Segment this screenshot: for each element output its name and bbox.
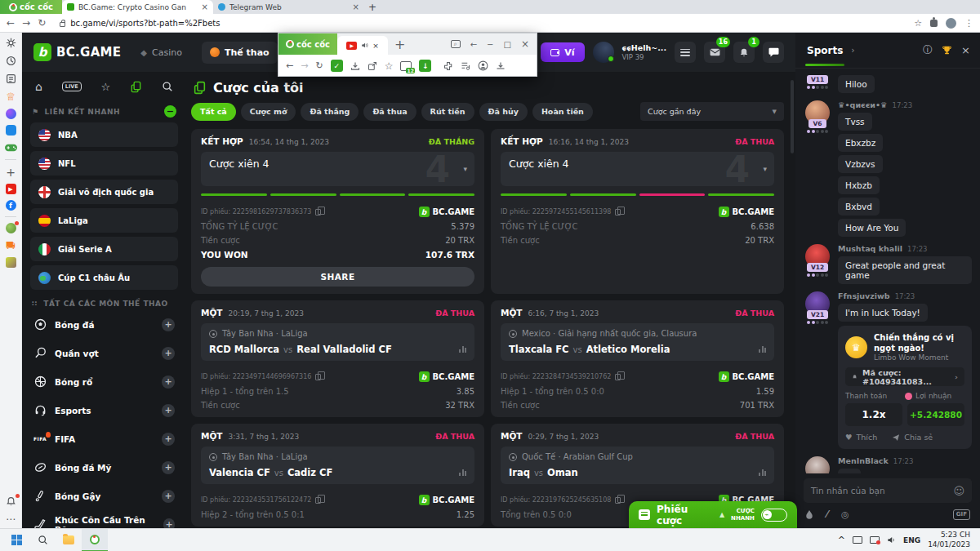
shared-win-card[interactable]: ♛ Chiến thắng có vị ngọt ngào! Limbo Wow… — [838, 326, 972, 449]
reload-icon[interactable]: ↻ — [315, 60, 323, 71]
close-icon[interactable]: × — [961, 44, 970, 56]
copy-icon[interactable] — [615, 497, 621, 504]
close-icon[interactable]: × — [521, 38, 529, 50]
extensions-icon[interactable] — [930, 20, 938, 27]
tab-telegram[interactable]: Telegram Web × — [213, 0, 364, 14]
chat-toggle-button[interactable] — [763, 42, 784, 63]
expand-caret-icon[interactable]: ▾ — [463, 165, 467, 173]
close-icon[interactable]: × — [372, 42, 379, 50]
sidebar-item-nfl[interactable]: NFL — [30, 151, 178, 176]
expand-plus-icon[interactable]: + — [162, 461, 175, 474]
address-bar[interactable]: bc.game/vi/sports?bt-path=%2Fbets — [53, 16, 906, 29]
download-manager-icon[interactable]: ↓ — [419, 60, 431, 72]
wallet-button[interactable]: Ví — [541, 42, 584, 62]
share-button[interactable]: Chia sẻ — [892, 433, 933, 442]
copy-icon[interactable] — [615, 209, 621, 216]
bet-selection[interactable]: Cược xiên 4 4 ▾ — [201, 152, 474, 186]
expand-plus-icon[interactable]: + — [162, 433, 175, 446]
expand-plus-icon[interactable]: + — [162, 347, 175, 360]
copy-icon[interactable] — [315, 374, 321, 380]
reading-list-icon[interactable] — [5, 73, 17, 85]
avatar[interactable] — [805, 456, 830, 473]
copy-icon[interactable] — [315, 209, 321, 216]
coccoc-taskbar-button[interactable] — [82, 529, 108, 551]
like-button[interactable]: ♥Thích — [845, 433, 877, 442]
forward-icon[interactable]: → — [22, 18, 30, 28]
chat-room-tab[interactable]: Sports — [805, 35, 844, 66]
sidebar-item-fifa[interactable]: FIFA FIFA + — [30, 427, 178, 451]
tab-manager-icon[interactable]: 12 — [400, 61, 412, 71]
close-icon[interactable]: × — [202, 2, 208, 11]
betslip-bar[interactable]: Phiếu cược ▲ CƯỢCNHANH ⌁ — [629, 501, 797, 528]
chat-rules-icon[interactable]: ⁄ — [826, 509, 828, 520]
expand-plus-icon[interactable]: + — [162, 490, 175, 503]
network-icon[interactable] — [853, 536, 862, 544]
filter-refund[interactable]: Hoàn tiền — [532, 103, 593, 121]
chat-username[interactable]: MenInBlack — [838, 456, 889, 465]
speaker-icon[interactable] — [361, 42, 368, 49]
filter-cashout[interactable]: Rút tiền — [421, 103, 474, 121]
mail-button[interactable]: 16 — [704, 42, 725, 63]
save-media-icon[interactable] — [350, 61, 360, 71]
language-indicator[interactable]: ENG — [903, 536, 920, 544]
sidebar-item-championship[interactable]: Giải vô địch quốc gia — [30, 180, 178, 204]
start-button[interactable] — [3, 529, 29, 551]
history-icon[interactable] — [5, 55, 17, 67]
filter-won[interactable]: Đã thắng — [301, 103, 359, 121]
maximize-icon[interactable]: □ — [503, 40, 510, 49]
notification-bell-icon[interactable] — [5, 495, 17, 508]
downloads-tray-icon[interactable] — [496, 61, 506, 71]
match-box[interactable]: Mexico · Giải hạng nhất quốc gia, Clausu… — [501, 323, 774, 361]
favorites-star-icon[interactable]: ☆ — [101, 81, 111, 93]
minimize-icon[interactable]: − — [487, 40, 493, 49]
tab-bcgame[interactable]: BC.Game: Crypto Casino Gan × — [62, 0, 213, 14]
volume-icon[interactable] — [887, 535, 896, 544]
bcgame-logo[interactable]: b BC.GAME — [33, 43, 121, 61]
more-icon[interactable]: ⋯ — [5, 513, 17, 525]
expand-plus-icon[interactable]: + — [163, 518, 175, 529]
dart-icon[interactable]: ◎ — [841, 509, 849, 520]
chat-username[interactable]: Mushtaq khalil — [838, 244, 902, 253]
mini-browser-window[interactable]: cốc cốc ▶ × + ⌕ ← − □ × ← → ↻ ✓ — [278, 33, 537, 77]
stats-icon[interactable] — [459, 346, 466, 353]
messenger-icon[interactable] — [6, 109, 16, 119]
back-icon[interactable]: ← — [286, 60, 293, 71]
profile-icon[interactable] — [478, 60, 488, 71]
filter-all[interactable]: Tất cả — [191, 103, 236, 121]
rain-drop-icon[interactable] — [805, 509, 813, 519]
taskbar-search-button[interactable] — [29, 529, 56, 551]
nav-sports[interactable]: Thế thao — [202, 42, 278, 64]
match-box[interactable]: Quốc Tế · Arabian Gulf Cup Iraq vs Oman — [501, 447, 774, 484]
expand-caret-icon[interactable]: ▾ — [763, 165, 767, 173]
sort-dropdown[interactable]: Cược gần đây ▼ — [640, 102, 784, 121]
football-news-icon[interactable] — [6, 223, 16, 233]
reload-icon[interactable]: ↻ — [38, 18, 46, 28]
sidebar-item-championsleague[interactable]: Cúp C1 châu Âu — [30, 265, 178, 290]
tray-expand-icon[interactable]: ^ — [838, 535, 845, 545]
playlist-icon[interactable] — [461, 61, 470, 71]
youtube-icon[interactable]: ▶ — [6, 184, 16, 194]
share-button[interactable]: SHARE — [201, 267, 474, 287]
new-tab-button[interactable]: + — [388, 33, 412, 55]
expand-plus-icon[interactable]: + — [162, 404, 175, 417]
quick-bet-toggle[interactable]: ⌁ — [761, 509, 787, 522]
stats-icon[interactable] — [459, 469, 466, 476]
sidebar-item-esports[interactable]: Esports + — [30, 398, 178, 422]
chat-info-icon[interactable]: ⓘ — [923, 43, 933, 57]
home-icon[interactable]: ⌂ — [35, 80, 42, 93]
facebook-icon[interactable]: f — [6, 200, 16, 211]
match-box[interactable]: Tây Ban Nha · LaLiga RCD Mallorca vs Rea… — [201, 323, 474, 361]
bet-code-pill[interactable]: Mã cược: #1049341083... › — [845, 367, 964, 386]
mini-youtube-tab[interactable]: ▶ × — [337, 36, 388, 55]
zalo-icon[interactable] — [6, 125, 16, 136]
sidebar-item-seriea[interactable]: Giải Serie A — [30, 237, 178, 261]
settings-gear-icon[interactable] — [5, 37, 17, 49]
emoji-icon[interactable]: ☺ — [953, 485, 964, 497]
bookmark-star-icon[interactable]: ☆ — [914, 18, 922, 29]
crown-hot-icon[interactable]: ♕ — [5, 91, 17, 103]
collapse-button[interactable]: − — [164, 105, 176, 118]
sidebar-item-laliga[interactable]: LaLiga — [30, 208, 178, 233]
shopping-icon[interactable]: ⛟ — [5, 239, 17, 251]
coccoc-menu-button[interactable]: cốc cốc — [278, 33, 337, 55]
notifications-button[interactable]: 1 — [733, 42, 755, 63]
